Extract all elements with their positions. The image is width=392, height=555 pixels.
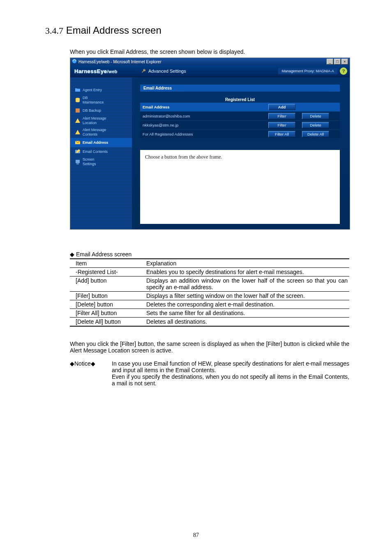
after-paragraph: When you click the [Filter] button, the … (70, 341, 349, 354)
sidebar-item-email-address[interactable]: Email Address (70, 138, 132, 147)
table-caption: ◆ Email Address screen (70, 251, 347, 258)
table-row: [Filer] buttonDisplays a filter setting … (70, 292, 349, 300)
th-explanation: Explanation (143, 259, 349, 268)
page-number: 87 (0, 532, 392, 539)
table-row: [Filter All] buttonSets the same filter … (70, 309, 349, 318)
svg-rect-2 (76, 108, 80, 113)
cell-item: [Filer] button (70, 292, 143, 300)
cell-exp: Sets the same filter for all destination… (143, 309, 349, 318)
svg-rect-5 (76, 160, 80, 163)
sidebar-item-agent-entry[interactable]: Agent Entry (70, 85, 132, 94)
sidebar-item-db-backup[interactable]: DB Backup (70, 106, 132, 115)
delete-all-button[interactable]: Delete All (302, 131, 329, 137)
th-item: Item (70, 259, 143, 268)
window-title: HarnessEye/web - Microsoft Internet Expl… (78, 60, 161, 64)
footer-label: For All Registered Addresses (140, 130, 266, 139)
column-header-email: Email Address (140, 103, 266, 112)
filter-all-button[interactable]: Filter All (268, 131, 295, 137)
brand-logo: HarnessEye/web (70, 68, 135, 74)
sidebar-item-screen-settings[interactable]: Screen Settings (70, 156, 132, 168)
lower-frame: Choose a button from the above frame. (140, 150, 340, 224)
cell-exp: Deletes all destinations. (143, 318, 349, 327)
alert-icon (74, 117, 81, 124)
table-row: -Registered List-Enables you to specify … (70, 268, 349, 276)
folder-icon (74, 87, 81, 93)
cell-item: [Filter All] button (70, 309, 143, 318)
sidebar-item-label: DB Backup (83, 108, 101, 113)
cell-item: [Add] button (70, 276, 143, 292)
cell-item: [Delete] button (70, 300, 143, 309)
cell-exp: Enables you to specify destinations for … (143, 268, 349, 276)
explanation-table: Item Explanation -Registered List-Enable… (70, 258, 349, 327)
lower-frame-text: Choose a button from the above frame. (145, 154, 222, 160)
backup-icon (74, 107, 81, 114)
sidebar: Agent Entry DB Maintenance DB Backup Ale… (70, 77, 132, 229)
notice-label: ◆Notice◆ (70, 360, 112, 387)
table-row-footer: For All Registered Addresses Filter All … (140, 130, 340, 139)
table-row: nkkskyas@stm.ne.jp Filter Delete (140, 121, 340, 130)
sidebar-item-label: Screen Settings (83, 157, 96, 166)
notice-block: ◆Notice◆ In case you use Email function … (70, 360, 349, 387)
wrench-icon (141, 68, 147, 74)
email-cell: nkkskyas@stm.ne.jp (140, 121, 266, 130)
section-title-text: Email Address screen (66, 25, 161, 36)
filter-button[interactable]: Filter (268, 113, 295, 119)
sidebar-item-label: Email Address (83, 140, 108, 145)
sidebar-item-label: Alert Message Contents (83, 128, 106, 137)
window-minimize-button[interactable]: _ (327, 59, 333, 64)
brand-main: HarnessEye (74, 68, 107, 74)
add-button[interactable]: Add (268, 104, 295, 110)
cell-exp: Displays an addition window on the lower… (143, 276, 349, 292)
app-header: HarnessEye/web Advanced Settings Managem… (70, 65, 350, 77)
svg-rect-6 (76, 164, 79, 164)
table-row: administrator@toshiba.com Filter Delete (140, 112, 340, 121)
delete-button[interactable]: Delete (302, 113, 329, 119)
settings-icon (74, 159, 81, 165)
help-button[interactable]: ? (340, 67, 347, 75)
table-row: [Delete All] buttonDeletes all destinati… (70, 318, 349, 327)
notice-body: In case you use Email function of HEW, p… (112, 360, 349, 387)
filter-button[interactable]: Filter (268, 122, 295, 128)
management-proxy-label: Management Proxy: MAGNIA-A (278, 68, 337, 74)
alert-icon (74, 129, 81, 136)
sidebar-item-alert-location[interactable]: Alert Message Location (70, 115, 132, 127)
mail-edit-icon (74, 148, 81, 155)
sidebar-item-label: DB Maintenance (83, 96, 104, 105)
email-cell: administrator@toshiba.com (140, 112, 266, 121)
window-titlebar: HarnessEye/web - Microsoft Internet Expl… (70, 58, 350, 65)
sidebar-item-email-contents[interactable]: Email Contents (70, 147, 132, 156)
advanced-settings-link[interactable]: Advanced Settings (135, 68, 186, 74)
advanced-settings-label: Advanced Settings (148, 69, 186, 74)
cell-item: [Delete All] button (70, 318, 143, 327)
registered-list-title: Registered List (140, 97, 340, 103)
sidebar-item-label: Email Contents (83, 150, 108, 154)
ie-icon (72, 59, 77, 64)
registered-list-table: Email Address Add administrator@toshiba.… (140, 103, 340, 138)
table-row: [Delete] buttonDeletes the corresponding… (70, 300, 349, 309)
window-maximize-button[interactable]: □ (334, 59, 341, 64)
delete-button[interactable]: Delete (302, 122, 329, 128)
cell-item: -Registered List- (70, 268, 143, 276)
intro-text: When you click Email Address, the screen… (70, 48, 347, 55)
sidebar-item-label: Agent Entry (83, 88, 102, 92)
cell-exp: Displays a filter setting window on the … (143, 292, 349, 300)
sidebar-item-label: Alert Message Location (83, 116, 106, 125)
screenshot-window: HarnessEye/web - Microsoft Internet Expl… (70, 58, 350, 230)
brand-sub: /web (107, 69, 117, 74)
window-close-button[interactable]: × (341, 59, 348, 64)
content-area: Email Address Registered List Email Addr… (132, 77, 350, 229)
section-number: 3.4.7 (45, 25, 63, 36)
sidebar-item-alert-contents[interactable]: Alert Message Contents (70, 127, 132, 138)
mail-icon (74, 139, 81, 146)
db-icon (74, 97, 81, 104)
cell-exp: Deletes the corresponding alert e-mail d… (143, 300, 349, 309)
section-heading: 3.4.7 Email Address screen (45, 25, 347, 36)
sidebar-item-db-maintenance[interactable]: DB Maintenance (70, 94, 132, 106)
table-row: [Add] buttonDisplays an addition window … (70, 276, 349, 292)
panel-title: Email Address (140, 85, 340, 92)
